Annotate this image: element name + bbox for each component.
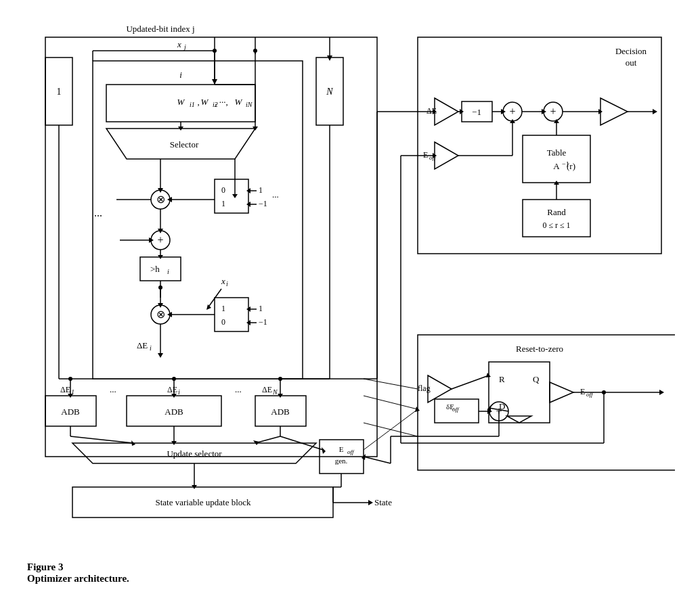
svg-text:1: 1 xyxy=(221,199,225,208)
svg-text:ΔE: ΔE xyxy=(262,385,272,394)
svg-text:Table: Table xyxy=(547,147,567,158)
page: Updated-bit index j x j N 1 xyxy=(0,0,700,598)
svg-text:ADB: ADB xyxy=(165,407,183,417)
svg-text:0 ≤ r ≤ 1: 0 ≤ r ≤ 1 xyxy=(542,221,570,230)
svg-text:x: x xyxy=(177,39,181,49)
svg-text:i: i xyxy=(178,388,180,396)
svg-text:off: off xyxy=(452,406,460,413)
svg-text:W: W xyxy=(201,97,209,107)
svg-text:ΔE: ΔE xyxy=(60,385,70,394)
svg-text:ΔE: ΔE xyxy=(167,385,177,394)
svg-marker-12 xyxy=(327,55,332,61)
figure-caption: Figure 3 Optimizer architecture. xyxy=(27,561,129,584)
svg-text:E: E xyxy=(580,387,585,396)
svg-text:···: ··· xyxy=(272,191,279,202)
svg-text:ΔE: ΔE xyxy=(137,340,148,350)
figure-number: Figure 3 xyxy=(27,561,129,573)
svg-line-114 xyxy=(70,436,133,443)
svg-text:E: E xyxy=(423,150,428,160)
svg-rect-169 xyxy=(523,135,590,183)
svg-text:−1: −1 xyxy=(259,317,267,327)
svg-rect-15 xyxy=(93,61,303,379)
svg-text:1: 1 xyxy=(221,304,225,313)
svg-text:1: 1 xyxy=(259,304,263,313)
svg-text:flag: flag xyxy=(418,384,431,393)
diagram-area: Updated-bit index j x j N 1 xyxy=(25,14,675,534)
svg-marker-168 xyxy=(653,109,657,114)
svg-text:ADB: ADB xyxy=(61,407,80,417)
svg-text:1: 1 xyxy=(259,185,263,195)
svg-text:0: 0 xyxy=(221,317,225,327)
svg-text:⊗: ⊗ xyxy=(156,308,165,320)
svg-text:R: R xyxy=(499,374,505,384)
svg-marker-213 xyxy=(659,390,664,395)
svg-text:Q: Q xyxy=(533,374,540,384)
svg-text:gen.: gen. xyxy=(335,457,348,465)
figure-description: Optimizer architecture. xyxy=(27,573,129,584)
svg-text:W: W xyxy=(177,97,185,107)
svg-text:Reset-to-zero: Reset-to-zero xyxy=(516,344,563,354)
svg-text:(r): (r) xyxy=(567,161,575,171)
svg-line-230 xyxy=(364,457,391,463)
updated-bit-label: Updated-bit index j xyxy=(126,24,194,34)
svg-text:,: , xyxy=(197,97,199,107)
svg-text:+: + xyxy=(157,234,163,246)
svg-text:···: ··· xyxy=(235,386,242,396)
svg-marker-207 xyxy=(550,382,573,402)
svg-text:0: 0 xyxy=(221,185,225,195)
svg-text:Decision: Decision xyxy=(615,46,647,56)
svg-text:j: j xyxy=(183,43,186,51)
svg-text:−1: −1 xyxy=(259,199,267,208)
svg-marker-189 xyxy=(428,375,452,402)
svg-marker-181 xyxy=(435,142,458,169)
svg-marker-195 xyxy=(507,416,531,423)
svg-marker-150 xyxy=(435,98,458,125)
svg-text:i: i xyxy=(150,344,152,352)
svg-marker-164 xyxy=(600,98,628,125)
svg-text:off: off xyxy=(347,448,355,455)
svg-text:>h: >h xyxy=(150,264,160,274)
svg-rect-51 xyxy=(140,257,181,281)
svg-text:⊗: ⊗ xyxy=(156,193,165,205)
svg-text:W: W xyxy=(235,97,243,107)
svg-line-219 xyxy=(364,379,418,389)
svg-text:+: + xyxy=(550,106,556,117)
svg-marker-142 xyxy=(232,194,238,198)
svg-rect-66 xyxy=(215,298,248,331)
svg-text:ADB: ADB xyxy=(271,407,290,417)
svg-text:i1: i1 xyxy=(190,101,195,108)
svg-rect-176 xyxy=(523,200,590,237)
svg-text:···: ··· xyxy=(110,386,116,396)
svg-marker-128 xyxy=(368,500,373,505)
svg-text:x: x xyxy=(221,276,225,286)
svg-text:Update selector: Update selector xyxy=(167,448,222,459)
svg-text:, ···,: , ···, xyxy=(215,97,228,107)
svg-marker-80 xyxy=(158,353,163,358)
svg-text:N: N xyxy=(326,87,333,97)
svg-rect-147 xyxy=(418,37,661,254)
svg-marker-122 xyxy=(322,447,326,454)
svg-rect-35 xyxy=(215,179,248,213)
svg-text:i: i xyxy=(179,70,182,80)
svg-line-196 xyxy=(452,375,489,389)
svg-text:Rand: Rand xyxy=(547,207,566,217)
svg-line-220 xyxy=(364,396,418,409)
svg-text:−1: −1 xyxy=(472,107,481,117)
svg-text:i: i xyxy=(226,280,228,288)
svg-text:A: A xyxy=(553,161,560,171)
svg-text:E: E xyxy=(339,445,344,453)
svg-rect-187 xyxy=(418,335,675,470)
svg-text:N: N xyxy=(272,388,278,396)
svg-marker-61 xyxy=(206,304,211,310)
svg-text:out: out xyxy=(626,58,637,68)
svg-rect-0 xyxy=(45,37,377,457)
svg-text:State variable update block: State variable update block xyxy=(155,497,251,507)
svg-text:iN: iN xyxy=(246,101,253,108)
svg-text:···: ··· xyxy=(94,210,102,222)
svg-text:1: 1 xyxy=(57,87,62,97)
svg-text:State: State xyxy=(374,497,392,507)
svg-text:i: i xyxy=(167,268,169,275)
svg-text:Selector: Selector xyxy=(170,139,199,150)
svg-text:+: + xyxy=(509,106,515,117)
